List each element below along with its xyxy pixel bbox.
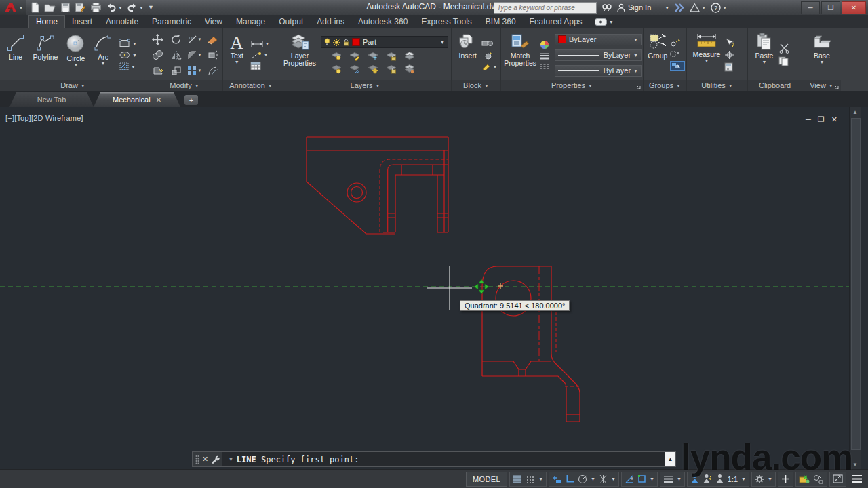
color-combo[interactable]: ByLayer ▼ <box>555 34 642 45</box>
circle-button[interactable]: Circle ▼ <box>62 30 90 79</box>
tab-parametric[interactable]: Parametric <box>145 15 198 28</box>
annotation-scale-value[interactable]: 1:1 <box>728 475 738 483</box>
chevron-down-icon[interactable]: ▼ <box>101 62 106 66</box>
tab-express-tools[interactable]: Express Tools <box>414 15 478 28</box>
lineweight-combo[interactable]: ByLayer ▼ <box>555 49 642 61</box>
chevron-down-icon[interactable]: ▼ <box>132 53 137 58</box>
measure-button[interactable]: Measure ▼ <box>689 30 724 79</box>
layer-lock-icon[interactable] <box>385 51 397 61</box>
isolate-objects-icon[interactable] <box>813 474 824 484</box>
tab-annotate[interactable]: Annotate <box>99 15 145 28</box>
ellipse-button[interactable]: ▼ <box>119 51 144 59</box>
annotation-visibility-icon[interactable] <box>690 474 699 484</box>
trim-button[interactable]: ▼ <box>187 35 202 45</box>
model-space-button[interactable]: MODEL <box>466 472 507 487</box>
clean-screen-icon[interactable] <box>833 474 843 483</box>
snap-mode-icon[interactable] <box>526 474 535 484</box>
tab-manage[interactable]: Manage <box>229 15 272 28</box>
leader-button[interactable]: ▼ <box>250 51 277 59</box>
layer-off-icon[interactable] <box>330 51 342 61</box>
tray-settings-icon[interactable] <box>799 474 810 484</box>
tab-view[interactable]: View <box>198 15 229 28</box>
define-attributes-icon[interactable] <box>481 51 494 60</box>
customization-plus-icon[interactable] <box>781 474 790 483</box>
close-button[interactable]: ✕ <box>842 1 866 14</box>
workspace-gear-icon[interactable] <box>755 474 764 484</box>
command-line[interactable]: ✕ ▼ LINE Specify first point: ▲ <box>192 451 676 467</box>
panel-label-modify[interactable]: Modify▼ <box>146 80 222 91</box>
object-color-icon[interactable] <box>540 40 549 49</box>
base-button[interactable]: Base ▼ <box>805 30 839 79</box>
group-button[interactable]: Group <box>646 30 670 79</box>
chevron-down-icon[interactable]: ▼ <box>538 476 543 481</box>
panel-label-layers[interactable]: Layers▼ <box>279 80 451 91</box>
annotation-scale-icon[interactable] <box>715 474 724 484</box>
a360-button[interactable]: ▼ <box>690 3 706 12</box>
open-file-button[interactable] <box>44 2 56 13</box>
plot-button[interactable] <box>90 2 102 13</box>
chevron-down-icon[interactable]: ▼ <box>492 64 497 69</box>
layer-on-bulb-icon[interactable] <box>324 38 330 46</box>
copy-clip-icon[interactable] <box>778 56 789 66</box>
chevron-down-icon[interactable]: ▼ <box>665 5 669 10</box>
chevron-down-icon[interactable]: ▼ <box>235 60 239 64</box>
chevron-down-icon[interactable]: ▼ <box>768 476 772 481</box>
chevron-down-icon[interactable]: ▼ <box>591 476 595 481</box>
close-command-line-icon[interactable]: ✕ <box>202 455 208 464</box>
erase-icon[interactable] <box>207 35 218 45</box>
layer-color-swatch[interactable] <box>352 38 360 46</box>
ortho-mode-icon[interactable] <box>566 474 574 483</box>
close-tab-icon[interactable]: ✕ <box>156 96 161 104</box>
panel-label-clipboard[interactable]: Clipboard <box>748 80 802 91</box>
tab-home[interactable]: Home <box>28 15 65 28</box>
group-selection-toggle[interactable] <box>670 61 685 71</box>
linetype-icon[interactable] <box>540 63 550 70</box>
ribbon-display-button[interactable]: ▼ <box>595 15 614 28</box>
polyline-button[interactable]: Polyline <box>29 30 62 79</box>
search-icon[interactable] <box>601 3 612 12</box>
arc-button[interactable]: Arc ▼ <box>90 30 116 79</box>
search-input[interactable] <box>494 2 597 14</box>
dialog-launcher-icon[interactable] <box>834 85 839 89</box>
rectangle-button[interactable]: ▼ <box>119 39 144 48</box>
command-history-button[interactable]: ▲ <box>665 452 675 466</box>
layer-edit-icon[interactable] <box>349 51 360 61</box>
chevron-down-icon[interactable]: ▼ <box>650 476 654 481</box>
scale-icon[interactable] <box>171 66 181 76</box>
layer-isolate-icon[interactable] <box>330 64 342 74</box>
table-button[interactable] <box>250 62 277 70</box>
panel-label-properties[interactable]: Properties▼ <box>501 80 643 91</box>
chevron-down-icon[interactable]: ▼ <box>132 41 137 46</box>
layer-freeze-icon[interactable] <box>367 51 378 61</box>
explode-icon[interactable] <box>207 50 218 60</box>
save-as-button[interactable] <box>75 2 86 13</box>
object-snap-tracking-icon[interactable] <box>625 474 634 483</box>
file-tab-mechanical[interactable]: Mechanical ✕ <box>94 92 180 107</box>
new-file-button[interactable] <box>30 2 40 13</box>
layer-walk-icon[interactable] <box>403 64 415 74</box>
chevron-down-icon[interactable]: ▼ <box>762 60 767 64</box>
save-button[interactable] <box>60 2 71 13</box>
fillet-button[interactable]: ▼ <box>187 50 202 60</box>
panel-label-annotation[interactable]: Annotation▼ <box>223 80 279 91</box>
array-button[interactable]: ▼ <box>187 66 202 76</box>
exchange-apps-icon[interactable] <box>674 3 685 12</box>
panel-label-view[interactable]: View▼ <box>802 80 841 91</box>
tab-bim-360[interactable]: BIM 360 <box>479 15 523 28</box>
tab-output[interactable]: Output <box>272 15 310 28</box>
customization-menu-icon[interactable] <box>851 474 863 483</box>
redo-button[interactable]: ▼ <box>127 3 144 13</box>
create-block-icon[interactable] <box>481 39 494 48</box>
vertical-scrollbar[interactable]: ▲ ▼ <box>849 107 861 469</box>
chevron-down-icon[interactable]: ▼ <box>74 63 79 67</box>
customize-wrench-icon[interactable] <box>211 455 220 464</box>
command-line-grip[interactable]: ✕ <box>193 452 222 466</box>
group-edit-icon[interactable] <box>670 50 681 58</box>
layer-unisolate-icon[interactable] <box>349 64 360 74</box>
chevron-down-icon[interactable]: ▼ <box>131 64 136 69</box>
stretch-icon[interactable] <box>153 66 163 76</box>
cut-icon[interactable] <box>778 43 790 54</box>
quick-select-icon[interactable] <box>724 38 736 47</box>
line-button[interactable]: Line <box>2 30 29 79</box>
layer-unlock-icon[interactable] <box>343 39 349 46</box>
